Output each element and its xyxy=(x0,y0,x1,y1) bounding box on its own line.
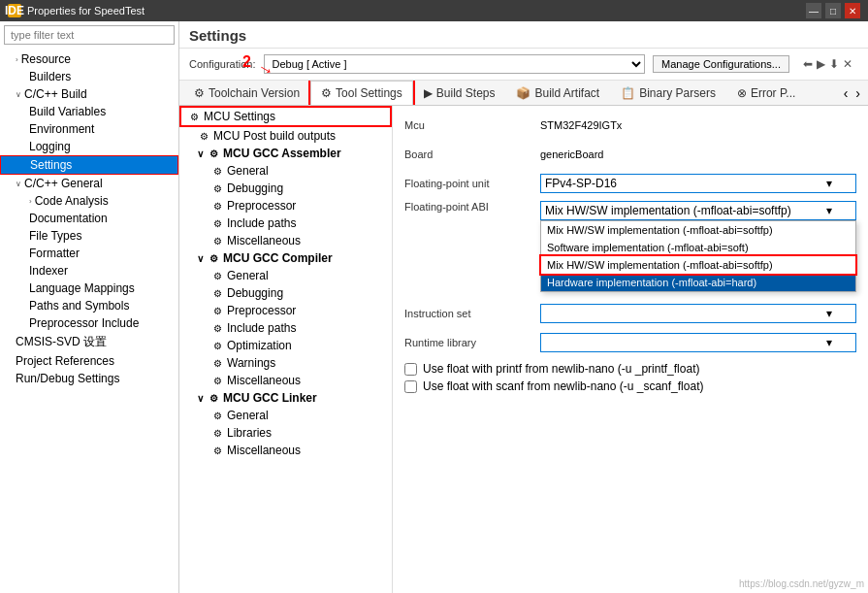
fabi-selected[interactable]: Mix HW/SW implementation (-mfloat-abi=so… xyxy=(540,201,856,220)
titlebar: IDE Properties for SpeedTest — □ ✕ xyxy=(0,0,868,21)
stree-linker-general[interactable]: ⚙ General xyxy=(179,407,392,424)
sidebar-item-settings[interactable]: Settings xyxy=(0,155,178,175)
tab-build-artifact[interactable]: 📦 Build Artifact xyxy=(505,81,610,105)
runtime-dropdown[interactable]: ▾ xyxy=(540,333,856,352)
tab-build-steps[interactable]: ▶ Build Steps xyxy=(413,81,506,105)
stree-gcc-general[interactable]: ⚙ General xyxy=(179,267,392,284)
tab-error-parsers[interactable]: ⊗ Error P... xyxy=(726,81,806,105)
sidebar-item-cmsis[interactable]: CMSIS-SVD 设置 xyxy=(0,332,178,352)
close-button[interactable]: ✕ xyxy=(845,3,860,18)
right-panel: Settings Configuration: Debug [ Active ]… xyxy=(179,21,868,593)
dropdown-arrow-icon: ▾ xyxy=(826,336,832,349)
stree-mcu-gcc-linker[interactable]: ∨ ⚙ MCU GCC Linker xyxy=(179,389,392,407)
stree-asm-misc[interactable]: ⚙ Miscellaneous xyxy=(179,232,392,249)
checkbox-scanf[interactable] xyxy=(404,380,417,393)
sidebar-item-builders[interactable]: Builders xyxy=(0,68,178,85)
sidebar-item-project-references[interactable]: Project References xyxy=(0,352,178,370)
sidebar-item-formatter[interactable]: Formatter xyxy=(0,245,178,262)
sidebar-item-language-mappings[interactable]: Language Mappings xyxy=(0,280,178,297)
sidebar-item-paths-and-symbols[interactable]: Paths and Symbols xyxy=(0,297,178,314)
form-row-iset: Instruction set ▾ xyxy=(404,302,856,325)
sidebar-item-build-variables[interactable]: Build Variables xyxy=(0,103,178,120)
sidebar-item-resource[interactable]: › Resource xyxy=(0,50,178,68)
stree-label: MCU GCC Assembler xyxy=(223,147,341,160)
fpu-dropdown[interactable]: FPv4-SP-D16 ▾ xyxy=(540,174,856,193)
sidebar-item-cpp-build[interactable]: ∨ C/C++ Build xyxy=(0,85,178,103)
sidebar-item-logging[interactable]: Logging xyxy=(0,138,178,155)
mcu-post-build-icon: ⚙ xyxy=(197,129,210,143)
filter-input[interactable] xyxy=(4,25,175,45)
stree-mcu-gcc-compiler[interactable]: ∨ ⚙ MCU GCC Compiler xyxy=(179,249,392,267)
gcc-warnings-icon: ⚙ xyxy=(210,356,224,370)
minimize-button[interactable]: — xyxy=(806,3,821,18)
mcu-value: STM32F429IGTx xyxy=(540,119,856,131)
app-icon: IDE xyxy=(8,4,21,17)
sidebar-item-code-analysis[interactable]: › Code Analysis xyxy=(0,192,178,210)
stree-gcc-misc[interactable]: ⚙ Miscellaneous xyxy=(179,372,392,389)
tab-tool-settings[interactable]: ⚙ Tool Settings xyxy=(310,81,413,106)
stree-linker-misc[interactable]: ⚙ Miscellaneous xyxy=(179,442,392,459)
iset-dropdown[interactable]: ▾ xyxy=(540,304,856,323)
mcu-settings-group: ⚙ MCU Settings xyxy=(181,108,390,125)
sidebar-item-preprocessor-include[interactable]: Preprocessor Include xyxy=(0,314,178,332)
stree-mcu-gcc-assembler[interactable]: ∨ ⚙ MCU GCC Assembler xyxy=(179,145,392,162)
linker-general-icon: ⚙ xyxy=(210,409,224,422)
tab-binary-parsers[interactable]: 📋 Binary Parsers xyxy=(610,81,726,105)
stree-label: Preprocessor xyxy=(227,199,296,213)
sidebar-item-run-debug[interactable]: Run/Debug Settings xyxy=(0,370,178,387)
stree-asm-include[interactable]: ⚙ Include paths xyxy=(179,214,392,232)
fabi-option-4[interactable]: Hardware implementation (-mfloat-abi=har… xyxy=(541,274,855,291)
fabi-option-3[interactable]: Mix HW/SW implementation (-mfloat-abi=so… xyxy=(541,256,855,274)
sidebar-item-label: Code Analysis xyxy=(35,194,109,208)
sidebar-item-label: Build Variables xyxy=(29,105,106,118)
tab-label: Tool Settings xyxy=(336,86,402,100)
tab-toolchain[interactable]: ⚙ Toolchain Version xyxy=(183,81,310,105)
fabi-option-1[interactable]: Mix HW/SW implementation (-mfloat-abi=so… xyxy=(541,221,855,239)
iset-selected[interactable]: ▾ xyxy=(540,304,856,323)
sidebar-item-label: Environment xyxy=(29,122,94,136)
stree-label: Include paths xyxy=(227,321,296,335)
stree-label: Miscellaneous xyxy=(227,234,301,247)
stree-asm-debugging[interactable]: ⚙ Debugging xyxy=(179,180,392,197)
stree-label: Warnings xyxy=(227,356,275,370)
settings-form: Mcu STM32F429IGTx Board genericBoard Flo… xyxy=(393,106,868,593)
fabi-option-2[interactable]: Software implementation (-mfloat-abi=sof… xyxy=(541,239,855,256)
sidebar-item-environment[interactable]: Environment xyxy=(0,120,178,138)
tab-label: Error P... xyxy=(751,86,795,100)
stree-asm-general[interactable]: ⚙ General xyxy=(179,162,392,180)
sidebar-item-label: File Types xyxy=(29,229,81,243)
sidebar-item-documentation[interactable]: Documentation xyxy=(0,210,178,227)
main-layout: › Resource Builders ∨ C/C++ Build Build … xyxy=(0,21,868,593)
maximize-button[interactable]: □ xyxy=(825,3,841,18)
left-panel: › Resource Builders ∨ C/C++ Build Build … xyxy=(0,21,179,593)
manage-configurations-button[interactable]: Manage Configurations... xyxy=(653,55,789,73)
stree-linker-libraries[interactable]: ⚙ Libraries xyxy=(179,424,392,442)
linker-libraries-icon: ⚙ xyxy=(210,426,224,440)
stree-mcu-post-build[interactable]: ⚙ MCU Post build outputs xyxy=(179,127,392,145)
scroll-right-icon[interactable]: › xyxy=(852,85,864,101)
sidebar-item-indexer[interactable]: Indexer xyxy=(0,262,178,280)
fabi-dropdown[interactable]: Mix HW/SW implementation (-mfloat-abi=so… xyxy=(540,201,856,220)
stree-asm-preprocessor[interactable]: ⚙ Preprocessor xyxy=(179,197,392,214)
fabi-value: Mix HW/SW implementation (-mfloat-abi=so… xyxy=(545,204,791,217)
runtime-selected[interactable]: ▾ xyxy=(540,333,856,352)
stree-gcc-debugging[interactable]: ⚙ Debugging xyxy=(179,284,392,302)
checkbox-printf[interactable] xyxy=(404,363,417,376)
gcc-optimization-icon: ⚙ xyxy=(210,339,224,352)
sidebar-item-file-types[interactable]: File Types xyxy=(0,227,178,245)
stree-mcu-settings[interactable]: ⚙ MCU Settings xyxy=(181,108,390,125)
asm-include-icon: ⚙ xyxy=(210,216,224,230)
scroll-left-icon[interactable]: ‹ xyxy=(840,85,852,101)
binary-parsers-icon: 📋 xyxy=(621,86,635,100)
stree-gcc-optimization[interactable]: ⚙ Optimization xyxy=(179,337,392,354)
stree-gcc-warnings[interactable]: ⚙ Warnings xyxy=(179,354,392,372)
stree-label: Debugging xyxy=(227,286,283,300)
stree-label: Miscellaneous xyxy=(227,374,301,387)
form-row-fpu: Floating-point unit FPv4-SP-D16 ▾ xyxy=(404,172,856,195)
sidebar-item-cpp-general[interactable]: ∨ C/C++ General xyxy=(0,175,178,192)
fpu-selected[interactable]: FPv4-SP-D16 ▾ xyxy=(540,174,856,193)
stree-gcc-include[interactable]: ⚙ Include paths xyxy=(179,319,392,337)
stree-gcc-preprocessor[interactable]: ⚙ Preprocessor xyxy=(179,302,392,319)
window-controls[interactable]: — □ ✕ xyxy=(806,3,860,18)
config-select[interactable]: Debug [ Active ] xyxy=(264,54,646,74)
